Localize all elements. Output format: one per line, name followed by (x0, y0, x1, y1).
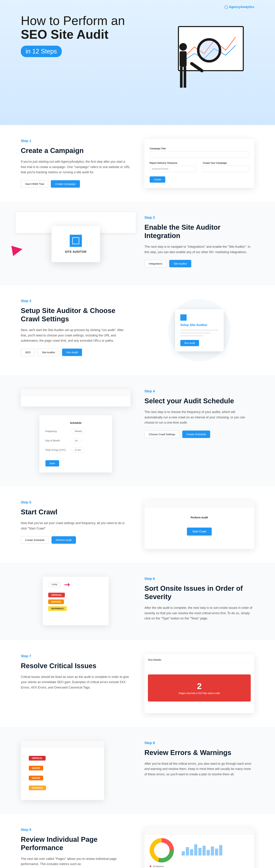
start-crawl-mock: Perform Audit Start Crawl (144, 500, 254, 549)
magnifier-icon (197, 38, 221, 62)
critical-chip: CRITICAL (29, 756, 45, 761)
step-2: SITE AUDITOR Step 2 Enable the Site Audi… (0, 202, 275, 285)
brand-logo-top: AgencyAnalytics (225, 5, 254, 9)
campaign-url-input[interactable] (203, 166, 249, 172)
timezone-input[interactable]: America/Toronto (150, 166, 196, 172)
step-title: Enable the Site Auditor Integration (144, 223, 254, 240)
sort-mock: TYPE CRITICAL ERRORS WARNINGS (43, 577, 109, 625)
field-label: Report Delivery Timezone (150, 162, 196, 164)
create-campaign-button[interactable]: Create Campaign (51, 180, 80, 188)
step-4: Schedule FrequencyWeekly Day of Month1st… (0, 375, 275, 487)
integrations-button[interactable]: Integrations (144, 260, 167, 267)
site-auditor-button[interactable]: Site Auditor (169, 260, 191, 267)
legend-item: 30 Medium (150, 865, 174, 868)
step-9: Step 9 Review Individual Page Performanc… (0, 814, 275, 868)
warnings-chip: WARNINGS (48, 606, 67, 611)
step-6: TYPE CRITICAL ERRORS WARNINGS Step 6 Sor… (0, 563, 275, 640)
warning-chip: WARNING (29, 785, 46, 790)
create-schedule-button[interactable]: Create Schedule (182, 431, 210, 438)
step-3: Step 3 Setup Site Auditor & Choose Crawl… (0, 285, 275, 375)
critical-banner: 2 Pages returned a 502 http status code (148, 675, 251, 702)
step-label: Step 2 (144, 216, 254, 220)
step-desc: Next, we'll start the Site Auditor set u… (21, 328, 131, 343)
field-label: Campaign Title (150, 147, 249, 150)
page-perf-mock: 30 Medium 157 High 41 Low (144, 828, 254, 868)
step-desc: The next tab over called "Pages" allows … (21, 856, 131, 867)
step-label: Step 1 (21, 139, 131, 143)
perform-audit-title: Perform Audit (155, 516, 244, 519)
hero-badge: in 12 Steps (21, 45, 62, 57)
test-details-mock: Test Details 2 Pages returned a 502 http… (144, 654, 254, 713)
test-details-title: Test Details (148, 658, 251, 664)
pink-arrow-icon (64, 583, 71, 587)
step-desc: The next step is to choose the frequency… (144, 409, 254, 425)
field-label: Create Your Campaign (203, 162, 249, 164)
campaign-title-input[interactable] (150, 151, 249, 158)
errors-mock: CRITICAL ERROR ERROR WARNING (21, 741, 104, 800)
step-desc: After the site audit is complete, the ne… (144, 605, 254, 621)
step-title: Start Crawl (21, 508, 131, 516)
error-chip: ERROR (29, 776, 43, 780)
seo-button[interactable]: SEO (21, 349, 35, 356)
crawl-settings-button[interactable]: Choose Crawl Settings (144, 431, 180, 438)
step-title: Setup Site Auditor & Choose Crawl Settin… (21, 306, 131, 323)
type-header[interactable]: TYPE (48, 582, 61, 587)
banner-count: 2 (155, 681, 244, 691)
errors-chip: ERRORS (48, 599, 64, 604)
step-title: Create a Campaign (21, 146, 131, 155)
step-label: Step 6 (144, 577, 254, 581)
step-1: Step 1 Create a Campaign If you're just … (0, 125, 275, 202)
banner-text: Pages returned a 502 http status code (155, 692, 244, 694)
step-desc: The next step is to navigate to "Integra… (144, 244, 254, 255)
run-audit-mock-button[interactable]: Run Audit (180, 340, 199, 346)
perform-audit-button[interactable]: Perform Audit (51, 536, 76, 544)
step-5: Step 5 Start Crawl Now that you've set y… (0, 487, 275, 563)
freq-value[interactable]: Weekly (71, 429, 85, 434)
site-auditor-icon (70, 235, 82, 247)
svg-rect-2 (180, 67, 182, 88)
dom-value[interactable]: 1st (71, 438, 81, 443)
person-illustration (174, 42, 192, 90)
freq-label: Frequency (45, 430, 68, 433)
step-title: Review Errors & Warnings (144, 748, 254, 757)
start-crawl-button[interactable]: Start Crawl (187, 528, 212, 535)
run-audit-button[interactable]: Run Audit (62, 349, 82, 356)
step-label: Step 9 (21, 828, 131, 832)
site-auditor-mock: SITE AUDITOR (21, 216, 131, 271)
step-label: Step 4 (144, 389, 254, 393)
critical-chip: CRITICAL (48, 593, 65, 597)
step-title: Resolve Critical Issues (21, 661, 131, 670)
step-label: Step 5 (21, 500, 131, 504)
hero: AgencyAnalytics How to Perform anSEO Sit… (0, 0, 275, 125)
setup-title: Setup Site Auditor (180, 323, 218, 327)
tod-label: Time of Day (UTC) (45, 448, 68, 452)
campaign-form-mock: Campaign Title Report Delivery Timezone … (144, 139, 254, 188)
brand-icon (225, 5, 228, 9)
step-title: Select your Audit Schedule (144, 397, 254, 405)
pink-arrow-icon (11, 244, 24, 256)
setup-mock: Setup Site Auditor Run Audit (168, 299, 231, 362)
step-title: Sort Onsite Issues in Order of Severity (144, 584, 254, 601)
step-desc: If you're just starting out with AgencyA… (21, 159, 131, 175)
step-desc: After you've fixed all the critical erro… (144, 761, 254, 777)
create-schedule-nav-button[interactable]: Create Schedule (21, 536, 49, 544)
bars-chart (178, 838, 249, 859)
step-desc: Now that you've set your crawl settings … (21, 521, 131, 531)
step-title: Review Individual Page Performance (21, 835, 131, 852)
create-button[interactable]: Create (150, 176, 165, 183)
step-7: Step 7 Resolve Critical Issues Critical … (0, 640, 275, 727)
dom-label: Day of Month (45, 439, 68, 442)
start-trial-button[interactable]: Start FREE Trial (21, 180, 48, 188)
hero-title: How to Perform anSEO Site Audit (21, 14, 142, 41)
save-schedule-button[interactable]: Save (45, 460, 59, 466)
donut-chart (150, 838, 174, 863)
step-desc: Critical issues should be fixed as soon … (21, 674, 131, 690)
schedule-title: Schedule (45, 421, 106, 424)
error-chip: ERROR (29, 766, 43, 770)
step-label: Step 7 (21, 654, 131, 658)
legend-dot-icon (150, 865, 151, 867)
step-label: Step 8 (144, 741, 254, 745)
site-auditor-nav-button[interactable]: Site Auditor (38, 349, 60, 356)
svg-point-0 (179, 43, 187, 51)
tod-value[interactable]: 12 am (71, 447, 84, 453)
